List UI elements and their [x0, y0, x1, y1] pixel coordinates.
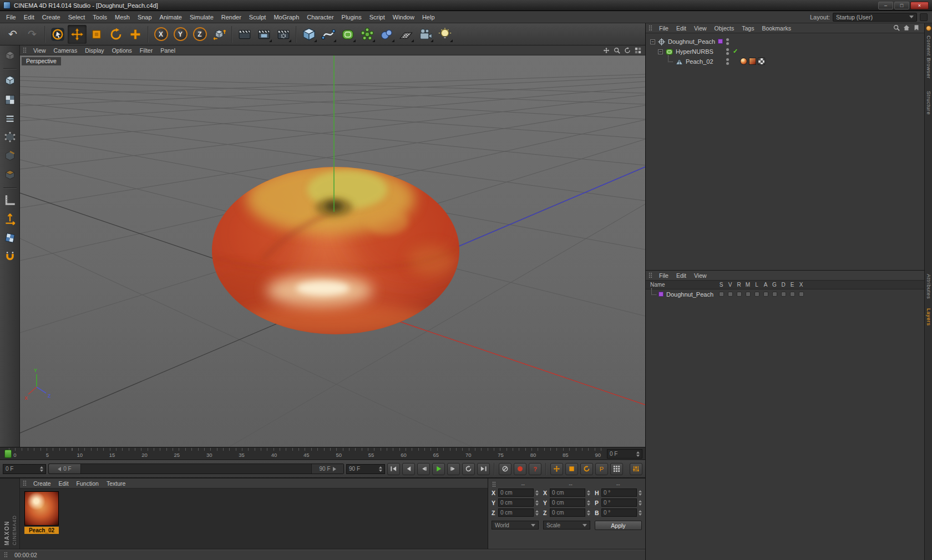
visibility-dots-icon[interactable]: [726, 48, 729, 55]
tab-structure[interactable]: Structure: [925, 90, 932, 116]
layer-color-chip[interactable]: [659, 292, 663, 297]
viewport-menu-display[interactable]: Display: [82, 46, 107, 55]
stepper[interactable]: [587, 490, 590, 496]
menu-mograph[interactable]: MoGraph: [270, 12, 303, 22]
menu-edit[interactable]: Edit: [20, 12, 38, 22]
rotate-tool-button[interactable]: [107, 25, 125, 44]
keyframe-selection-button[interactable]: [610, 463, 623, 475]
axis-mode-button[interactable]: [2, 211, 18, 227]
frame-slider-handle[interactable]: 0 F: [49, 464, 81, 474]
uvw-tag-icon[interactable]: [758, 58, 765, 65]
panel-grip[interactable]: [23, 47, 27, 53]
materials-menu-edit[interactable]: Edit: [55, 479, 72, 488]
autokey-button[interactable]: ?: [529, 463, 541, 475]
workplane-mode-button[interactable]: [2, 192, 18, 208]
panel-grip[interactable]: [649, 25, 652, 31]
menu-file[interactable]: File: [2, 12, 20, 22]
menu-mesh[interactable]: Mesh: [111, 12, 134, 22]
material-item[interactable]: Peach_02: [24, 491, 59, 534]
lm-menu-edit[interactable]: Edit: [673, 271, 690, 280]
record-button[interactable]: [514, 463, 526, 475]
viewport-camera-label[interactable]: Perspective: [22, 57, 61, 65]
viewport-menu-view[interactable]: View: [30, 46, 49, 55]
viewport-menu-filter[interactable]: Filter: [136, 46, 156, 55]
layout-dropdown[interactable]: Startup (User): [833, 13, 917, 22]
menu-render[interactable]: Render: [217, 12, 245, 22]
panel-grip[interactable]: [492, 481, 496, 487]
play-button[interactable]: [432, 463, 445, 475]
om-menu-tags[interactable]: Tags: [738, 24, 757, 33]
size-z-field[interactable]: 0 cm: [550, 508, 585, 517]
layout-switch-icon[interactable]: [920, 13, 928, 21]
record-position-toggle[interactable]: [550, 463, 563, 475]
rotation-h-field[interactable]: 0 °: [601, 488, 637, 497]
undo-button[interactable]: ↶: [3, 25, 22, 44]
layer-toggle-m[interactable]: [743, 292, 752, 297]
range-start-field[interactable]: 0 F: [3, 464, 46, 474]
model-mode-button[interactable]: [2, 73, 18, 89]
stepper[interactable]: [636, 451, 640, 457]
record-rotation-toggle[interactable]: [580, 463, 593, 475]
tab-content-browser[interactable]: Content Browser: [925, 34, 932, 80]
points-mode-button[interactable]: [2, 130, 18, 145]
menu-help[interactable]: Help: [418, 12, 439, 22]
z-axis-lock-button[interactable]: Z: [190, 25, 209, 44]
stepper[interactable]: [535, 500, 539, 506]
stepper[interactable]: [587, 510, 590, 516]
position-z-field[interactable]: 0 cm: [498, 508, 534, 517]
material-name[interactable]: Peach_02: [24, 527, 59, 534]
zoom-view-icon[interactable]: [612, 47, 621, 54]
coordinate-system-button[interactable]: [210, 25, 229, 44]
material-preview[interactable]: [24, 491, 59, 526]
layer-color-chip[interactable]: [718, 39, 723, 44]
last-tool-button[interactable]: [126, 25, 145, 44]
move-tool-button[interactable]: [68, 25, 87, 44]
array-object-button[interactable]: [358, 25, 377, 44]
cube-primitive-button[interactable]: [300, 25, 318, 44]
lm-menu-file[interactable]: File: [656, 271, 672, 280]
live-selection-button[interactable]: [48, 25, 67, 44]
coordinate-space-dropdown[interactable]: World: [492, 521, 539, 530]
current-frame-spinner[interactable]: 0 F: [607, 449, 642, 459]
pin-icon[interactable]: [926, 26, 931, 31]
menu-animate[interactable]: Animate: [156, 12, 186, 22]
scale-tool-button[interactable]: [87, 25, 106, 44]
apply-button[interactable]: Apply: [595, 521, 642, 530]
paint-mode-button[interactable]: [2, 230, 18, 246]
tab-attributes[interactable]: Attributes: [925, 273, 932, 300]
redo-button[interactable]: ↷: [23, 25, 42, 44]
om-menu-bookmarks[interactable]: Bookmarks: [758, 24, 794, 33]
search-icon[interactable]: [893, 24, 900, 32]
light-object-button[interactable]: [435, 25, 454, 44]
size-mode-dropdown[interactable]: Scale: [543, 521, 590, 530]
viewport-menu-cameras[interactable]: Cameras: [50, 46, 81, 55]
panel-grip[interactable]: [4, 552, 8, 558]
layer-toggle-e[interactable]: [788, 292, 797, 297]
menu-character[interactable]: Character: [303, 12, 337, 22]
stepper[interactable]: [40, 466, 43, 472]
menu-create[interactable]: Create: [38, 12, 64, 22]
stepper[interactable]: [587, 500, 590, 506]
size-y-field[interactable]: 0 cm: [550, 498, 585, 507]
object-row-hypernurbs[interactable]: − HyperNURBS ✓: [646, 47, 924, 57]
size-x-field[interactable]: 0 cm: [550, 488, 585, 497]
menu-snap[interactable]: Snap: [134, 12, 156, 22]
menu-window[interactable]: Window: [389, 12, 418, 22]
position-y-field[interactable]: 0 cm: [498, 498, 534, 507]
frame-slider[interactable]: 0 F 90 F: [48, 464, 344, 474]
texture-mode-button[interactable]: [2, 92, 18, 108]
menu-sculpt[interactable]: Sculpt: [245, 12, 270, 22]
stepper[interactable]: [379, 466, 382, 472]
menu-simulate[interactable]: Simulate: [186, 12, 217, 22]
y-axis-lock-button[interactable]: Y: [171, 25, 190, 44]
layer-toggle-a[interactable]: [761, 292, 770, 297]
home-icon[interactable]: [903, 24, 910, 32]
rotation-p-field[interactable]: 0 °: [601, 498, 637, 507]
rotation-b-field[interactable]: 0 °: [601, 508, 637, 517]
layer-toggle-x[interactable]: [797, 292, 806, 297]
record-parameter-toggle[interactable]: P: [595, 463, 608, 475]
panel-grip[interactable]: [23, 480, 27, 486]
enabled-check-icon[interactable]: ✓: [733, 48, 738, 55]
maximize-button[interactable]: □: [894, 2, 909, 9]
viewport-scene[interactable]: Y X Z: [20, 55, 645, 447]
